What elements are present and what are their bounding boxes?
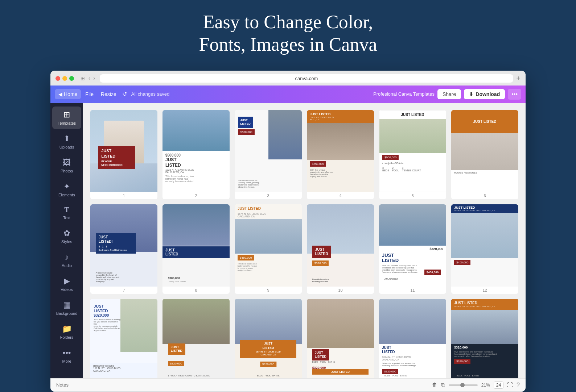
template-card-14[interactable]: JUSTLISTED $320,000 1 POOL • 4 BEDROOMS … — [162, 299, 230, 378]
bottom-controls: 🗑 ⧉ 21% 24 ⛶ ? — [432, 381, 520, 389]
browser-window: ⊞ ‹ › canva.com + ◀ Home File Resize ↺ A… — [50, 71, 526, 392]
template-card-3[interactable]: JUSTLISTED $500,000 Get in touch now for… — [235, 110, 302, 200]
new-tab-btn[interactable]: + — [516, 74, 521, 83]
template-card-2[interactable]: $500,000 JUSTLISTED 1326 N. ATLANTIC BLV… — [162, 110, 230, 200]
toolbar-saved-status: All changes saved — [131, 91, 170, 97]
page-number-box: 24 — [494, 381, 503, 389]
window-controls — [55, 76, 74, 81]
sidebar-photos-label: Photos — [61, 169, 73, 173]
template-card-4[interactable]: JUST LISTED CALL MY TODAY! PALOALTO, CA … — [307, 110, 374, 200]
canvas-area[interactable]: JUSTLISTED IN YOUR NEIGHBORHOOD 1 $50 — [83, 103, 526, 378]
templates-icon: ⊞ — [63, 110, 70, 120]
toolbar-right: Profesional Canva Templates Share ⬇ Down… — [373, 89, 521, 100]
template-card-7[interactable]: JUSTLISTED! 4 1 3 Bedrooms Pool Bathroom… — [90, 204, 157, 294]
notes-label: Notes — [56, 382, 69, 388]
delete-icon-btn[interactable]: 🗑 — [432, 382, 437, 388]
sidebar-styles-label: Styles — [61, 239, 72, 244]
sidebar-item-photos[interactable]: 🖼 Photos — [52, 154, 81, 177]
sidebar-uploads-label: Uploads — [59, 145, 74, 149]
background-icon: ▦ — [63, 300, 71, 310]
template-card-18[interactable]: JUST LISTED 1674 N. ST. LOUIS BLVD - OAK… — [451, 299, 518, 378]
sidebar-text-label: Text — [63, 216, 70, 220]
sidebar-item-styles[interactable]: ✿ Styles — [52, 225, 81, 247]
template-card-17[interactable]: JUSTLISTED 1674 N. ST. LOUIS BLVDOAKLAND… — [379, 299, 446, 378]
url-bar[interactable]: canva.com — [100, 74, 514, 83]
template-card-7-number: 7 — [90, 287, 157, 294]
maximize-dot[interactable] — [69, 76, 74, 81]
template-card-10[interactable]: JUSTLISTED $320,000 Beautiful modernbuil… — [307, 204, 374, 294]
sidebar-item-more[interactable]: ••• More — [52, 345, 81, 367]
browser-forward-btn[interactable]: › — [92, 74, 96, 82]
toolbar-home-label: Home — [64, 91, 77, 97]
audio-icon: ♪ — [65, 253, 69, 262]
sidebar-item-uploads[interactable]: ⬆ Uploads — [52, 130, 81, 153]
templates-grid: JUSTLISTED IN YOUR NEIGHBORHOOD 1 $50 — [90, 110, 518, 378]
template-card-12[interactable]: JUST LISTED 1674 N. ST. LOUIS BLVD - OAK… — [451, 204, 518, 294]
hero-title: Easy to Change Color, Fonts, Images in C… — [199, 11, 377, 56]
toolbar-more-button[interactable]: ••• — [508, 89, 521, 100]
help-icon-btn[interactable]: ? — [517, 382, 520, 388]
canva-toolbar: ◀ Home File Resize ↺ All changes saved P… — [50, 86, 526, 103]
videos-icon: ▶ — [64, 276, 70, 286]
sidebar: ⊞ Templates ⬆ Uploads 🖼 Photos ✦ Element… — [50, 103, 83, 378]
sidebar-item-templates[interactable]: ⊞ Templates — [52, 107, 81, 129]
sidebar-item-audio[interactable]: ♪ Audio — [52, 249, 81, 271]
text-icon: T — [64, 206, 69, 214]
fullscreen-icon-btn[interactable]: ⛶ — [507, 382, 513, 388]
toolbar-download-button[interactable]: ⬇ Download — [464, 89, 505, 99]
uploads-icon: ⬆ — [63, 134, 70, 143]
sidebar-item-text[interactable]: T Text — [52, 202, 81, 224]
sidebar-item-videos[interactable]: ▶ Videos — [52, 273, 81, 295]
styles-icon: ✿ — [63, 229, 70, 238]
browser-chrome: ⊞ ‹ › canva.com + — [50, 71, 526, 86]
sidebar-elements-label: Elements — [58, 193, 75, 197]
browser-back-btn[interactable]: ‹ — [87, 74, 92, 82]
toolbar-template-name: Profesional Canva Templates — [373, 91, 435, 97]
template-card-1-number: 1 — [90, 192, 157, 199]
template-card-8-number: 8 — [162, 287, 230, 294]
template-card-2-number: 2 — [162, 192, 230, 199]
template-card-5[interactable]: JUST LISTED $900,000 Lovely Real Estate … — [379, 110, 446, 200]
template-card-12-number: 12 — [451, 287, 518, 294]
sidebar-item-background[interactable]: ▦ Background — [52, 297, 81, 319]
template-card-16[interactable]: JUSTLISTED $320,000 JUST LISTED BEDS POO… — [307, 299, 374, 378]
toolbar-share-button[interactable]: Share — [437, 89, 461, 99]
template-card-15[interactable]: JUSTLISTED 1674 N. ST. LOUIS BLVDOAKLAND… — [235, 299, 302, 378]
toolbar-undo-button[interactable]: ↺ — [121, 89, 128, 99]
copy-icon-btn[interactable]: ⧉ — [441, 382, 445, 388]
template-card-11[interactable]: $320,000 JUSTLISTED Beautiful modern bui… — [379, 204, 446, 294]
sidebar-item-elements[interactable]: ✦ Elements — [52, 178, 81, 201]
template-card-6-number: 6 — [451, 192, 518, 199]
window-grid-btn[interactable]: ⊞ — [78, 75, 87, 82]
template-card-9[interactable]: JUST LISTED 1674 N. ST. LOUIS BLVDOAKLAN… — [235, 204, 302, 294]
editor-main: ⊞ Templates ⬆ Uploads 🖼 Photos ✦ Element… — [50, 103, 526, 378]
template-card-13[interactable]: JUSTLISTED $320,000 Your dream home is w… — [90, 299, 157, 378]
sidebar-background-label: Background — [56, 311, 78, 316]
template-card-8[interactable]: JUSTLISTED $900,000 Lovely Real Estate 8 — [162, 204, 230, 294]
sidebar-audio-label: Audio — [62, 263, 72, 268]
sidebar-more-label: More — [62, 359, 71, 363]
minimize-dot[interactable] — [62, 76, 67, 81]
template-card-6[interactable]: JUST LISTED HOUSE FEATURES 6 — [451, 110, 518, 200]
close-dot[interactable] — [55, 76, 60, 81]
template-card-9-number: 9 — [235, 287, 302, 294]
toolbar-file-button[interactable]: File — [82, 90, 96, 99]
template-card-11-number: 11 — [379, 287, 446, 294]
photos-icon: 🖼 — [63, 158, 71, 167]
sidebar-folders-label: Folders — [60, 335, 74, 339]
template-card-3-number: 3 — [235, 192, 302, 199]
toolbar-back-button[interactable]: ◀ Home — [55, 89, 81, 99]
sidebar-item-folders[interactable]: 📁 Folders — [52, 321, 81, 343]
more-icon: ••• — [62, 348, 71, 358]
template-card-4-number: 4 — [307, 192, 374, 199]
template-card-1[interactable]: JUSTLISTED IN YOUR NEIGHBORHOOD 1 — [90, 110, 157, 200]
elements-icon: ✦ — [63, 182, 70, 191]
bottom-bar: Notes 🗑 ⧉ 21% 24 ⛶ ? — [50, 378, 526, 392]
download-icon: ⬇ — [469, 91, 473, 97]
toolbar-resize-button[interactable]: Resize — [98, 90, 119, 99]
toolbar-left: ◀ Home File Resize ↺ All changes saved — [55, 89, 169, 99]
template-card-5-number: 5 — [379, 192, 446, 199]
sidebar-templates-label: Templates — [58, 121, 76, 125]
zoom-slider[interactable] — [449, 384, 478, 386]
zoom-percent: 21% — [481, 383, 490, 388]
